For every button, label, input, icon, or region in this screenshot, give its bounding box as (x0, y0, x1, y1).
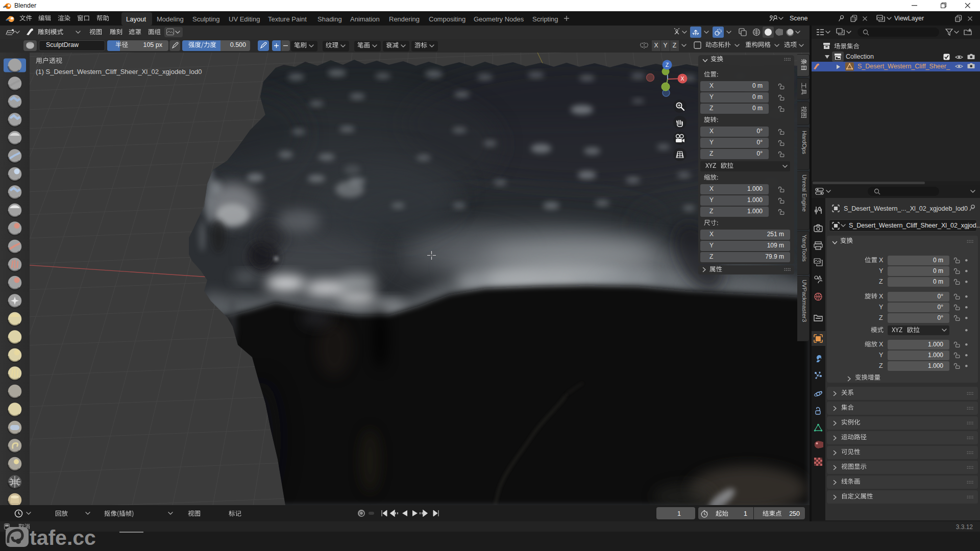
svg-text:Z: Z (666, 62, 669, 68)
svg-text:X: X (680, 76, 684, 82)
svg-text:tafe.cc: tafe.cc (30, 526, 96, 549)
